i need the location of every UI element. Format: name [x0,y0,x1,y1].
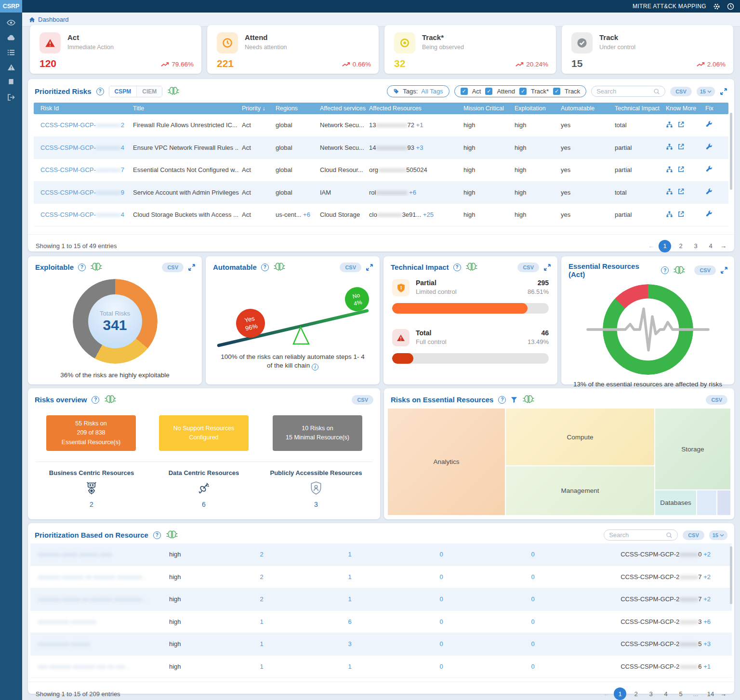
external-link-icon[interactable] [677,211,685,219]
tab-cspm[interactable]: CSPM [109,86,137,97]
cell-count[interactable]: 1 [219,663,304,670]
cell-count[interactable]: 2 [219,573,304,581]
csv-export-button[interactable]: CSV [670,87,692,96]
cell-count[interactable]: 1 [304,595,396,603]
expand-icon[interactable] [366,264,373,271]
cell-count[interactable]: 0 [487,595,579,603]
ai-brain-icon[interactable] [273,262,286,272]
fix-wrench-icon[interactable] [705,190,713,197]
search-input[interactable] [609,531,666,539]
help-icon[interactable]: ? [261,264,269,271]
cell-count[interactable]: 1 [304,551,396,558]
kpi-card-track[interactable]: Track Under control 15 2.06% [562,25,733,74]
mitre-mapping-link[interactable]: MITRE ATT&CK MAPPING [633,3,706,10]
support-resources-box[interactable]: No Support ResourcesConfigured [159,415,249,451]
cell-count[interactable]: 1 [219,618,304,625]
table-row[interactable]: xxxxxxxxxx xxxxxxxx high 1 6 0 0 CCSS-CS… [30,611,732,634]
search-icon[interactable] [666,532,673,539]
sidebar-item-cloud[interactable] [0,31,22,46]
breadcrumb[interactable]: Dashboard [29,16,69,23]
filter-label-attend[interactable]: Attend [497,88,515,95]
help-icon[interactable]: ? [92,396,99,404]
page-size-select[interactable]: 15 [697,87,715,96]
table-row[interactable]: xxxxxxxxxx xxxxxx high 1 3 0 0 CCSS-CSPM… [30,633,732,656]
page-4[interactable]: 4 [705,242,716,250]
ai-brain-icon[interactable] [166,530,178,540]
cell-count[interactable]: 0 [487,551,579,558]
table-row[interactable]: CCSS-CSPM-GCP-xxxxxxxx7 Essential Contac… [34,159,728,182]
external-link-icon[interactable] [677,188,685,197]
sidebar-item-list[interactable] [0,46,22,61]
tags-filter[interactable]: Tags: All Tags [387,85,449,97]
table-row[interactable]: xxxxxxx xxxxxxx xx xxxxxxx xxxxxxxx .. h… [30,566,732,589]
page-2[interactable]: 2 [675,242,686,250]
checkbox-track[interactable]: ✓ [553,88,560,95]
col-automatable[interactable]: Automatable [558,105,612,112]
table-row[interactable]: CCSS-CSPM-GCP-xxxxxxxx2 Firewall Rule Al… [34,114,728,137]
treemap-cell-management[interactable]: Management [506,466,654,515]
cell-count[interactable]: 2 [219,595,304,603]
fix-wrench-icon[interactable] [705,167,713,174]
table-row[interactable]: CCSS-CSPM-GCP-xxxxxxxx4 Cloud Storage Bu… [34,204,728,226]
cell-count[interactable]: 1 [304,573,396,581]
cell-count[interactable]: 0 [487,618,579,625]
col-priority[interactable]: Priority ↓ [239,105,273,112]
col-know-more[interactable]: Know More [663,105,702,112]
col-affected-services[interactable]: Affected services [317,105,366,112]
help-icon[interactable]: ? [153,531,161,539]
checkbox-track-star[interactable]: ✓ [519,88,527,95]
sidebar-item-docs[interactable] [0,76,22,91]
external-link-icon[interactable] [677,121,685,130]
kpi-card-track-star[interactable]: Track* Being observed 32 20.24% [384,25,556,74]
next-page-arrow[interactable]: → [720,690,727,698]
history-clock-icon[interactable] [727,3,734,10]
cell-count[interactable]: 6 [304,618,396,625]
search-input[interactable] [596,88,653,95]
col-technical-impact[interactable]: Technical Impact [612,105,663,112]
sidebar-item-logout[interactable] [0,91,22,106]
tab-ciem[interactable]: CIEM [136,86,162,97]
filter-label-track-star[interactable]: Track* [531,88,549,95]
info-icon[interactable]: i [312,364,318,370]
page-3[interactable]: 3 [690,242,701,250]
ai-brain-icon[interactable] [673,265,686,276]
attack-graph-icon[interactable] [666,188,673,197]
ai-brain-icon[interactable] [104,395,117,405]
fix-wrench-icon[interactable] [705,122,713,130]
treemap-cell-storage[interactable]: Storage [655,409,730,489]
attack-graph-icon[interactable] [666,121,673,130]
table-scrollbar[interactable] [730,546,732,604]
csv-export-button[interactable]: CSV [352,395,373,405]
prev-page-arrow[interactable]: ← [603,690,609,698]
app-logo[interactable]: CSRP [0,0,22,13]
ai-brain-icon[interactable] [90,262,103,272]
expand-icon[interactable] [543,264,551,271]
sort-desc-icon[interactable]: ↓ [262,105,265,112]
next-page-arrow[interactable]: → [720,242,727,250]
col-exploitation[interactable]: Exploitation [512,105,558,112]
help-icon[interactable]: ? [661,266,669,274]
ai-brain-icon[interactable] [465,262,478,272]
col-mission-critical[interactable]: Mission Critical [461,105,512,112]
external-link-icon[interactable] [677,143,685,152]
csv-export-button[interactable]: CSV [683,530,704,540]
sidebar-item-alerts[interactable] [0,61,22,76]
attack-graph-icon[interactable] [666,166,673,174]
help-icon[interactable]: ? [498,396,506,404]
cell-count[interactable]: 0 [396,573,487,581]
attack-graph-icon[interactable] [666,211,673,219]
col-affected-resources[interactable]: Affected Resources [366,105,461,112]
col-fix[interactable]: Fix [702,105,728,112]
checkbox-attend[interactable]: ✓ [485,88,492,95]
expand-icon[interactable] [720,266,728,274]
treemap-cell-small-2[interactable] [717,490,730,515]
page-4[interactable]: 4 [661,690,671,698]
cell-count[interactable]: 1 [219,640,304,647]
sidebar-item-overview[interactable] [0,16,22,31]
filter-funnel-icon[interactable] [511,396,517,403]
help-icon[interactable]: ? [78,264,86,271]
cell-count[interactable]: 0 [396,595,487,603]
csv-export-button[interactable]: CSV [162,263,184,272]
csv-export-button[interactable]: CSV [706,395,727,405]
page-size-select[interactable]: 15 [709,530,727,540]
